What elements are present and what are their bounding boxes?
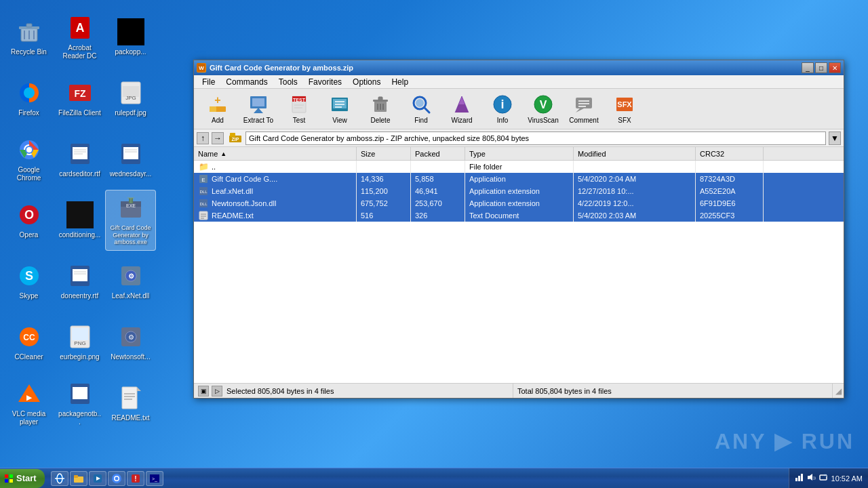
- svg-rect-2: [26, 24, 32, 27]
- svg-text:▶: ▶: [26, 394, 33, 401]
- desktop-icon-recycle-bin[interactable]: Recycle Bin: [3, 7, 54, 68]
- menu-tools[interactable]: Tools: [273, 76, 303, 88]
- desktop-icon-acrobat[interactable]: A Acrobat Reader DC: [54, 7, 105, 68]
- col-crc32[interactable]: CRC32: [696, 147, 764, 160]
- desktop-icon-newtonsoft[interactable]: ⚙ Newtonsoft...: [105, 312, 156, 373]
- chrome-label: Google Chrome: [7, 166, 51, 182]
- newtonsoft-label: Newtonsoft...: [111, 353, 150, 361]
- tray-volume-icon[interactable]: )): [807, 472, 816, 484]
- address-input[interactable]: [245, 131, 826, 145]
- file-name-cell: DLL Leaf.xNet.dll: [194, 185, 357, 197]
- svg-rect-135: [795, 478, 797, 481]
- desktop-icon-leaf-dll[interactable]: ⚙ Leaf.xNet.dll: [105, 251, 156, 312]
- menu-file[interactable]: File: [197, 76, 220, 88]
- tray-power-icon[interactable]: [819, 472, 829, 484]
- toolbar-delete-button[interactable]: Delete: [361, 92, 400, 127]
- table-row[interactable]: DLL Leaf.xNet.dll 115,200 46,941 Applica…: [194, 185, 844, 197]
- desktop-icon-giftcard-exe[interactable]: EXE Gift Card Code Generator by amboss.e…: [105, 190, 156, 251]
- table-row[interactable]: README.txt 516 326 Text Document 5/4/202…: [194, 209, 844, 222]
- svg-text:ZIP: ZIP: [232, 137, 239, 142]
- menu-options[interactable]: Options: [347, 76, 386, 88]
- txt-icon: [198, 210, 209, 221]
- address-dropdown[interactable]: ▼: [829, 131, 841, 145]
- svg-point-87: [416, 99, 424, 107]
- toolbar-add-button[interactable]: + Add: [198, 92, 237, 127]
- desktop-icon-eurbegin[interactable]: PNG eurbegin.png: [54, 312, 105, 373]
- col-modified[interactable]: Modified: [574, 147, 696, 160]
- anyrun-watermark: ANY ▶ RUN: [715, 428, 854, 454]
- table-row[interactable]: 📁 .. File folder: [194, 161, 844, 173]
- desktop-icon-skype[interactable]: S Skype: [3, 251, 54, 312]
- table-row[interactable]: DLL Newtonsoft.Json.dll 675,752 253,670 …: [194, 197, 844, 209]
- folder-icon: 📁: [198, 161, 209, 172]
- taskbar-media-icon[interactable]: [89, 471, 106, 486]
- file-name-cell: DLL Newtonsoft.Json.dll: [194, 197, 357, 209]
- desktop-icon-rulepdf[interactable]: JPG rulepdf.jpg: [105, 68, 156, 129]
- toolbar-test-button[interactable]: TEST Test: [279, 92, 319, 127]
- desktop-icon-doneentry[interactable]: doneentry.rtf: [54, 251, 105, 312]
- taskbar-apps: ! >_: [48, 471, 789, 486]
- toolbar-sfx-button[interactable]: SFX SFX: [605, 92, 644, 127]
- tray-network-icon[interactable]: [795, 472, 804, 484]
- col-type[interactable]: Type: [465, 147, 574, 160]
- svg-rect-20: [73, 147, 87, 159]
- desktop-icon-conditioning[interactable]: conditioning...: [54, 190, 105, 251]
- svg-text:A: A: [75, 21, 84, 35]
- close-button[interactable]: ✕: [829, 62, 841, 73]
- desktop-icon-cardseditor[interactable]: cardseditor.rtf: [54, 129, 105, 190]
- taskbar-folder-icon[interactable]: [70, 471, 87, 486]
- dll2-icon: DLL: [198, 198, 209, 209]
- table-row[interactable]: E Gift Card Code G.... 14,336 5,858 Appl…: [194, 173, 844, 185]
- file-name-cell: README.txt: [194, 209, 357, 222]
- address-back-button[interactable]: ↑: [197, 132, 209, 144]
- svg-point-9: [24, 87, 35, 98]
- status-left-icon: ▣: [198, 386, 209, 396]
- toolbar-comment-button[interactable]: Comment: [564, 92, 604, 127]
- menu-favorites[interactable]: Favorites: [303, 76, 347, 88]
- taskbar-chrome-icon[interactable]: [108, 471, 125, 486]
- desktop-icon-wednesdayr[interactable]: wednesdayr...: [105, 129, 156, 190]
- col-packed[interactable]: Packed: [411, 147, 465, 160]
- file-type-cell: Text Document: [465, 209, 574, 222]
- packopp-label: packopp...: [115, 48, 146, 56]
- col-size[interactable]: Size: [357, 147, 411, 160]
- taskbar-tray: )) 10:52 AM: [789, 468, 868, 488]
- toolbar-extract-button[interactable]: Extract To: [239, 92, 278, 127]
- desktop-icon-firefox[interactable]: Firefox: [3, 68, 54, 129]
- svg-rect-125: [74, 475, 78, 478]
- taskbar-cmd-icon[interactable]: >_: [146, 471, 163, 486]
- desktop-icon-ccleaner[interactable]: CC CCleaner: [3, 312, 54, 373]
- desktop-icon-packagenotb[interactable]: packagenotb...: [54, 373, 105, 434]
- svg-text:PNG: PNG: [74, 340, 85, 346]
- address-forward-button[interactable]: →: [212, 132, 224, 144]
- toolbar-info-button[interactable]: i Info: [483, 92, 522, 127]
- desktop-icon-readme-txt[interactable]: README.txt: [105, 373, 156, 434]
- desktop-icon-chrome[interactable]: Google Chrome: [3, 129, 54, 190]
- maximize-button[interactable]: □: [815, 62, 827, 73]
- svg-marker-68: [254, 108, 263, 113]
- menu-help[interactable]: Help: [386, 76, 414, 88]
- status-left-text: Selected 805,804 bytes in 4 files: [226, 387, 334, 395]
- minimize-button[interactable]: _: [802, 62, 814, 73]
- svg-point-18: [26, 147, 32, 152]
- toolbar-virusscan-button[interactable]: V VirusScan: [524, 92, 563, 127]
- file-packed-cell: 326: [411, 209, 465, 222]
- svg-rect-25: [123, 147, 138, 159]
- toolbar-find-button[interactable]: Find: [401, 92, 441, 127]
- desktop-icon-packopp[interactable]: packopp...: [105, 7, 156, 68]
- start-button[interactable]: Start: [0, 469, 45, 488]
- taskbar-ie-icon[interactable]: [51, 471, 68, 486]
- desktop-icon-vlc[interactable]: ▶ VLC media player: [3, 373, 54, 434]
- file-size-cell: 115,200: [357, 185, 411, 197]
- window-title: Gift Card Code Generator by amboss.zip: [210, 64, 353, 72]
- toolbar-view-button[interactable]: View: [320, 92, 359, 127]
- taskbar-antivirus-icon[interactable]: !: [127, 471, 144, 486]
- desktop-icon-filezilla[interactable]: FZ FileZilla Client: [54, 68, 105, 129]
- svg-text:V: V: [540, 99, 547, 110]
- address-bar: ↑ → ZIP ▼: [194, 129, 844, 147]
- toolbar-wizard-button[interactable]: Wizard: [442, 92, 481, 127]
- menu-commands[interactable]: Commands: [220, 76, 273, 88]
- desktop-icon-opera[interactable]: O Opera: [3, 190, 54, 251]
- col-name[interactable]: Name ▲: [194, 147, 357, 160]
- svg-line-88: [425, 108, 429, 113]
